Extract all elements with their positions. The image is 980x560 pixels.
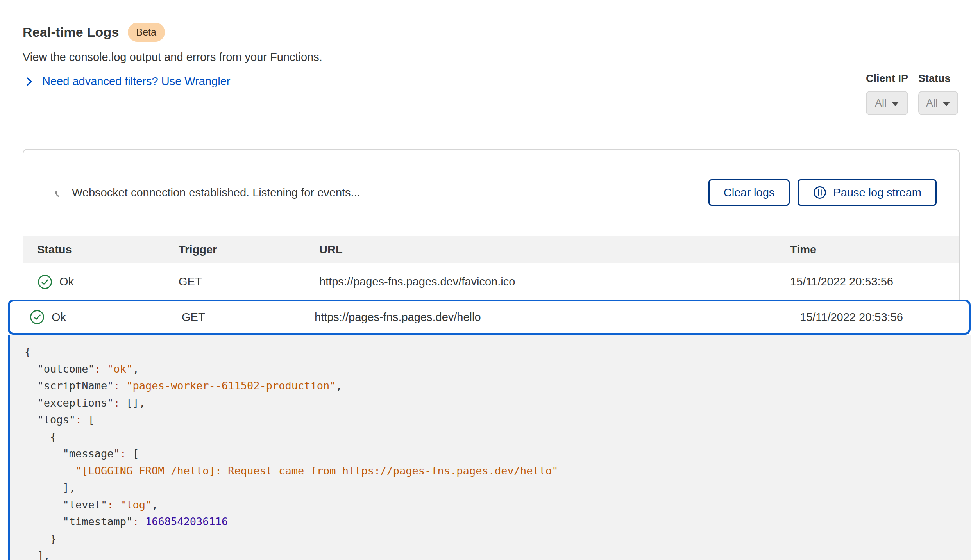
wrangler-link-label: Need advanced filters? Use Wrangler: [42, 75, 230, 88]
url-cell: https://pages-fns.pages.dev/favicon.ico: [319, 275, 790, 288]
status-value: Ok: [59, 275, 74, 288]
client-ip-dropdown[interactable]: All: [866, 91, 908, 115]
pause-log-stream-button[interactable]: Pause log stream: [798, 179, 937, 206]
websocket-status-row: Websocket connection established. Listen…: [55, 179, 360, 206]
wrangler-link[interactable]: Need advanced filters? Use Wrangler: [23, 75, 230, 88]
check-circle-icon: [37, 274, 53, 290]
beta-badge: Beta: [128, 23, 165, 42]
column-trigger: Trigger: [179, 243, 319, 256]
column-status: Status: [37, 243, 179, 256]
table-row[interactable]: Ok GET https://pages-fns.pages.dev/favic…: [23, 263, 959, 300]
page-description: View the console.log output and errors f…: [23, 51, 322, 64]
caret-down-icon: [942, 102, 950, 106]
status-value: Ok: [52, 311, 66, 324]
log-filters: Client IP All Status All: [866, 73, 958, 115]
pause-circle-icon: [813, 185, 827, 200]
chevron-right-icon: [23, 76, 34, 87]
log-actions: Clear logs Pause log stream: [708, 179, 937, 206]
page-header: Real-time Logs Beta: [23, 23, 165, 42]
trigger-cell: GET: [179, 275, 319, 288]
status-filter-value: All: [926, 97, 938, 109]
websocket-status-message: Websocket connection established. Listen…: [72, 186, 360, 199]
column-url: URL: [319, 243, 790, 256]
url-cell: https://pages-fns.pages.dev/hello: [315, 311, 800, 324]
expanded-log-entry: Ok GET https://pages-fns.pages.dev/hello…: [8, 300, 971, 560]
clear-logs-label: Clear logs: [724, 186, 775, 199]
time-cell: 15/11/2022 20:53:56: [800, 311, 969, 324]
log-detail-panel: { "outcome": "ok", "scriptName": "pages-…: [8, 335, 971, 560]
trigger-cell: GET: [182, 311, 315, 324]
client-ip-filter-group: Client IP All: [866, 73, 908, 115]
status-cell: Ok: [37, 274, 179, 290]
realtime-logs-page: Real-time Logs Beta View the console.log…: [0, 0, 980, 560]
check-circle-icon: [29, 309, 45, 325]
table-header: Status Trigger URL Time: [23, 236, 959, 263]
client-ip-label: Client IP: [866, 73, 908, 85]
status-dropdown[interactable]: All: [918, 91, 958, 115]
json-code: { "outcome": "ok", "scriptName": "pages-…: [25, 343, 971, 560]
pause-log-stream-label: Pause log stream: [833, 186, 921, 199]
status-filter-group: Status All: [918, 73, 958, 115]
column-time: Time: [790, 243, 959, 256]
status-filter-label: Status: [918, 73, 958, 85]
client-ip-value: All: [875, 97, 887, 109]
page-title: Real-time Logs: [23, 25, 119, 40]
clear-logs-button[interactable]: Clear logs: [708, 179, 790, 206]
status-cell: Ok: [29, 309, 182, 325]
time-cell: 15/11/2022 20:53:56: [790, 275, 959, 288]
caret-down-icon: [891, 102, 899, 106]
spinner-icon: [55, 187, 66, 198]
table-row-selected[interactable]: Ok GET https://pages-fns.pages.dev/hello…: [8, 300, 971, 335]
